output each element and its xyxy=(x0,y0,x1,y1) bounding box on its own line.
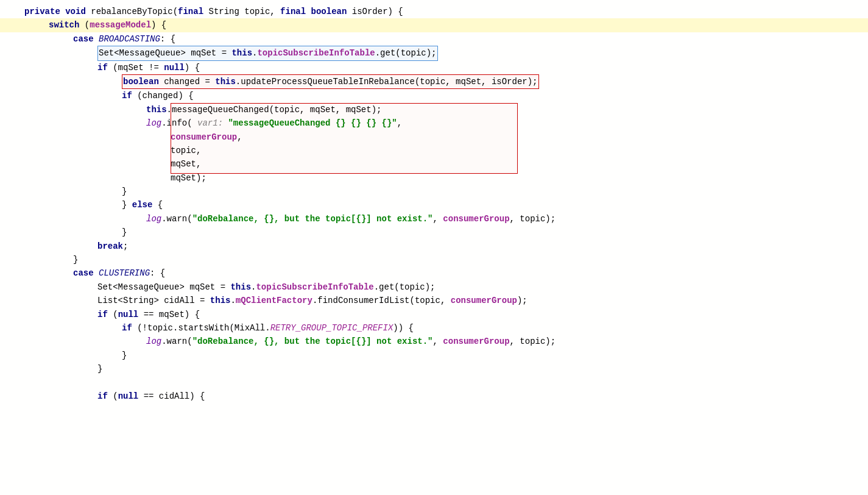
keyword: void xyxy=(65,5,91,18)
keyword: boolean xyxy=(311,5,352,18)
code-text: isOrder) { xyxy=(352,5,403,18)
code-line: } xyxy=(0,349,868,362)
keyword: final xyxy=(178,5,208,18)
log-object2: log xyxy=(146,335,161,348)
keyword-case: case xyxy=(73,32,99,46)
code-text: , xyxy=(237,130,242,144)
code-line: List<String> cidAll = this.mQClientFacto… xyxy=(0,294,868,307)
string-literal: "doRebalance, {}, but the topic[{}] not … xyxy=(192,212,433,226)
code-line: case CLUSTERING: { xyxy=(0,266,868,280)
code-line: } xyxy=(0,226,868,239)
field-mQClientFactory: mQClientFactory xyxy=(236,294,312,307)
code-line: } xyxy=(0,362,868,376)
code-line: } xyxy=(0,185,868,198)
code-line: mqSet); xyxy=(0,171,868,185)
code-text: . xyxy=(230,294,235,307)
code-text: { xyxy=(152,198,163,212)
case-value-broadcasting: BROADCASTING xyxy=(99,32,160,46)
code-text: ) { xyxy=(151,18,166,32)
code-text: , topic); xyxy=(510,212,556,226)
code-line: boolean changed = this.updateProcessQueu… xyxy=(0,74,868,89)
case-value-clustering: CLUSTERING xyxy=(99,266,150,280)
keyword-null: null xyxy=(164,61,185,74)
code-line: log.warn("doRebalance, {}, but the topic… xyxy=(0,212,868,226)
keyword-this: this xyxy=(230,280,251,294)
code-line: this.messageQueueChanged(topic, mqSet, m… xyxy=(0,103,868,116)
code-line: log.warn("doRebalance, {}, but the topic… xyxy=(0,335,868,348)
code-text: Set<MessageQueue> mqSet = xyxy=(97,280,230,294)
code-text: String topic, xyxy=(208,5,280,18)
red-box-group: this.messageQueueChanged(topic, mqSet, m… xyxy=(0,103,868,185)
code-line: } else { xyxy=(0,198,868,212)
code-text: List<String> cidAll = xyxy=(97,294,210,307)
code-text: ( xyxy=(79,18,90,32)
keyword-null: null xyxy=(118,308,139,321)
keyword-if: if xyxy=(122,89,132,102)
code-text: == mqSet) { xyxy=(138,308,200,321)
field-consumerGroup2: consumerGroup xyxy=(451,294,517,307)
keyword-this: this xyxy=(210,294,231,307)
code-line: } xyxy=(0,253,868,266)
blue-box-inline: Set<MessageQueue> mqSet = this.topicSubs… xyxy=(97,46,438,60)
keyword-boolean: boolean xyxy=(123,77,164,87)
code-text: } xyxy=(122,198,132,212)
code-text: : { xyxy=(160,32,175,46)
code-line: break; xyxy=(0,240,868,253)
keyword-switch: switch xyxy=(49,18,79,32)
field-consumerGroup: consumerGroup xyxy=(443,212,509,226)
code-text: . xyxy=(251,280,256,294)
code-line-switch: switch (messageModel) { xyxy=(0,18,868,32)
log-object: log xyxy=(146,116,161,130)
keyword-case: case xyxy=(73,266,99,280)
param-hint: var1: xyxy=(197,116,228,130)
code-text: , topic); xyxy=(510,335,556,348)
code-text: (mqSet != xyxy=(108,61,164,74)
code-text: Set<MessageQueue> mqSet = xyxy=(99,48,231,58)
code-line: case BROADCASTING: { xyxy=(0,32,868,46)
keyword-if: if xyxy=(97,61,108,74)
code-text: .findConsumerIdList(topic, xyxy=(312,294,451,307)
code-text: .get(topic); xyxy=(375,48,437,58)
code-text: ( xyxy=(108,390,118,403)
keyword-break: break xyxy=(97,240,123,253)
code-text: } xyxy=(97,362,102,376)
string-literal2: "doRebalance, {}, but the topic[{}] not … xyxy=(192,335,433,348)
keyword-else: else xyxy=(132,198,153,212)
keyword-if: if xyxy=(97,390,108,403)
code-text: (!topic.startsWith(MixAll. xyxy=(132,321,270,335)
code-text: } xyxy=(122,185,127,198)
code-text: topic, xyxy=(171,144,201,157)
code-text: rebalanceByTopic( xyxy=(91,5,178,18)
code-editor: private void rebalanceByTopic(final Stri… xyxy=(0,0,868,495)
code-text: , xyxy=(433,335,443,348)
code-text: ; xyxy=(123,240,128,253)
keyword-null: null xyxy=(118,390,139,403)
constant-retry-prefix: RETRY_GROUP_TOPIC_PREFIX xyxy=(270,321,393,335)
keyword: private xyxy=(24,5,65,18)
code-line: private void rebalanceByTopic(final Stri… xyxy=(0,5,868,18)
code-text: } xyxy=(122,349,127,362)
string-literal: "messageQueueChanged {} {} {} {}" xyxy=(228,116,397,130)
field-messageModel: messageModel xyxy=(90,18,151,32)
code-text: )) { xyxy=(393,321,414,335)
code-line: if (changed) { xyxy=(0,89,868,102)
code-text: ); xyxy=(517,294,528,307)
code-text: , xyxy=(397,116,402,130)
keyword: final xyxy=(280,5,311,18)
code-text: .updateProcessQueueTableInRebalance(topi… xyxy=(236,77,538,87)
log-object: log xyxy=(146,212,161,226)
code-line: mqSet, xyxy=(0,157,868,171)
code-text: mqSet, xyxy=(171,157,201,171)
code-text xyxy=(97,376,102,390)
code-text: , xyxy=(433,212,443,226)
code-text: .info( xyxy=(161,116,197,130)
code-text: } xyxy=(73,253,78,266)
code-line: if (mqSet != null) { xyxy=(0,61,868,74)
code-line: if (!topic.startsWith(MixAll.RETRY_GROUP… xyxy=(0,321,868,335)
code-line: log.info( var1: "messageQueueChanged {} … xyxy=(0,116,868,130)
field-topicSubscribeInfoTable: topicSubscribeInfoTable xyxy=(257,48,375,58)
keyword-this: this xyxy=(146,103,167,116)
code-text: (changed) { xyxy=(132,89,194,102)
code-line: if (null == cidAll) { xyxy=(0,390,868,403)
field-topicSubscribeInfoTable2: topicSubscribeInfoTable xyxy=(256,280,373,294)
